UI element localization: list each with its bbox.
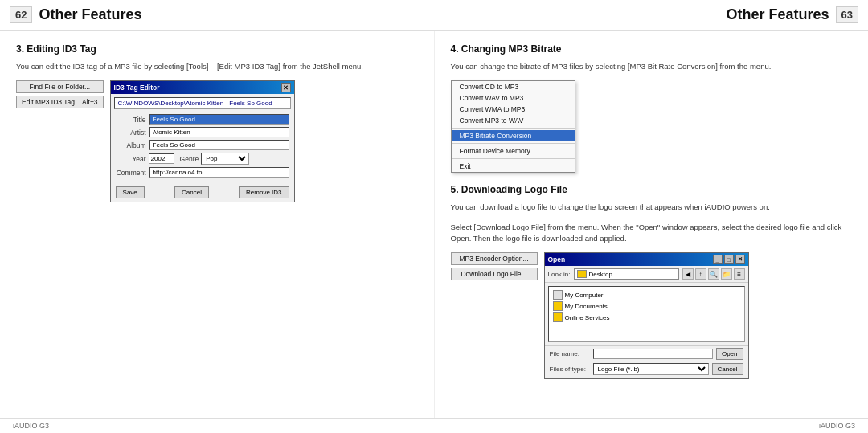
id3-artist-input[interactable] — [149, 127, 289, 137]
toolbar-up-icon[interactable]: ↑ — [695, 268, 706, 280]
id3-title-label: Title — [116, 116, 146, 124]
open-filetype-row: Files of type: Logo File (*.lb) Cancel — [545, 362, 748, 378]
left-column: 3. Editing ID3 Tag You can edit the ID3 … — [0, 31, 435, 418]
left-page-number: 62 — [10, 6, 32, 23]
id3-album-label: Album — [116, 141, 146, 149]
open-dialog: Open _ □ ✕ Look in: Desktop ◀ ↑ — [544, 252, 749, 379]
find-file-button[interactable]: Find File or Folder... — [16, 80, 104, 93]
mycomputer-icon — [553, 290, 563, 300]
left-page-title: Other Features — [39, 6, 141, 23]
open-toolbar: Look in: Desktop ◀ ↑ 🔍 📁 ≡ — [545, 266, 748, 283]
id3-remove-button[interactable]: Remove ID3 — [239, 186, 289, 198]
menu-divider-2 — [452, 143, 575, 144]
header-right: Other Features 63 — [434, 0, 868, 30]
file-item-mycomputer[interactable]: My Computer — [551, 289, 742, 300]
header-left: 62 Other Features — [0, 0, 434, 30]
id3-cancel-button[interactable]: Cancel — [174, 186, 209, 198]
open-filename-row: File name: Open — [545, 345, 748, 362]
main-content: 3. Editing ID3 Tag You can edit the ID3 … — [0, 31, 868, 418]
lookin-box[interactable]: Desktop — [574, 268, 679, 280]
menu-divider-3 — [452, 158, 575, 159]
toolbar-view-icon[interactable]: ≡ — [734, 268, 745, 280]
onlineservices-label: Online Services — [565, 314, 610, 321]
menu-divider-1 — [452, 128, 575, 129]
open-dialog-title: Open — [548, 255, 566, 263]
section5-title: 5. Downloading Logo File — [451, 184, 853, 195]
page-footer: iAUDIO G3 iAUDIO G3 — [0, 418, 868, 433]
file-item-mydocuments[interactable]: My Documents — [551, 300, 742, 312]
id3-fields: Title Artist Album Year — [111, 112, 294, 183]
footer-left: iAUDIO G3 — [13, 422, 49, 430]
id3-year-genre-row: Year Genre Pop — [116, 153, 289, 165]
jetshell-sidebar: Find File or Folder... Edit MP3 ID3 Tag.… — [16, 80, 104, 202]
menu-item-convert-mp3[interactable]: Convert MP3 to WAV — [452, 115, 575, 126]
mydocuments-label: My Documents — [565, 303, 608, 310]
menu-item-exit[interactable]: Exit — [452, 161, 575, 172]
open-dialog-titlebar: Open _ □ ✕ — [545, 253, 748, 266]
section3-screenshot: Find File or Folder... Edit MP3 ID3 Tag.… — [16, 80, 418, 202]
lookin-label: Look in: — [548, 271, 571, 278]
id3-path-bar: C:\WINDOWS\Desktop\Atomic Kitten - Feels… — [114, 97, 291, 109]
id3-comment-row: Comment — [116, 167, 289, 178]
id3-button-row: Save Cancel Remove ID3 — [111, 183, 294, 202]
lookin-value: Desktop — [589, 271, 612, 278]
id3-dialog-title: ID3 Tag Editor — [114, 84, 160, 92]
filename-label: File name: — [550, 350, 590, 357]
filetype-label: Files of type: — [550, 366, 590, 373]
section4-description: You can change the bitrate of MP3 files … — [451, 61, 853, 72]
mp3-bitrate-menu: Convert CD to MP3 Convert WAV to MP3 Con… — [451, 80, 575, 173]
filename-input[interactable] — [593, 349, 713, 359]
menu-item-convert-cd[interactable]: Convert CD to MP3 — [452, 81, 575, 92]
mycomputer-label: My Computer — [565, 292, 604, 299]
section4-title: 4. Changing MP3 Bitrate — [451, 43, 853, 55]
mydocuments-icon — [553, 301, 563, 311]
right-page-title: Other Features — [726, 6, 829, 23]
menu-item-convert-wav[interactable]: Convert WAV to MP3 — [452, 92, 575, 104]
footer-right: iAUDIO G3 — [819, 422, 855, 430]
toolbar-search-icon[interactable]: 🔍 — [708, 268, 719, 280]
id3-editor-dialog: ID3 Tag Editor ✕ C:\WINDOWS\Desktop\Atom… — [110, 80, 295, 202]
edit-id3-button[interactable]: Edit MP3 ID3 Tag... Alt+3 — [16, 96, 104, 108]
id3-artist-row: Artist — [116, 127, 289, 137]
id3-genre-label: Genre — [180, 155, 199, 163]
right-column: 4. Changing MP3 Bitrate You can change t… — [435, 31, 869, 418]
section3-title: 3. Editing ID3 Tag — [16, 43, 418, 55]
section5-description2: Select [Download Logo File] from the men… — [451, 222, 853, 245]
toolbar-back-icon[interactable]: ◀ — [682, 268, 694, 280]
menu-item-bitrate[interactable]: MP3 Bitrate Conversion — [452, 130, 575, 141]
open-dialog-maximize[interactable]: □ — [724, 255, 734, 264]
file-item-onlineservices[interactable]: Online Services — [551, 312, 742, 323]
id3-close-button[interactable]: ✕ — [281, 83, 291, 92]
filetype-select[interactable]: Logo File (*.lb) — [593, 363, 709, 375]
section3-description: You can edit the ID3 tag of a MP3 file b… — [16, 61, 418, 72]
id3-artist-label: Artist — [116, 129, 146, 137]
mp3-encoder-sidebar: MP3 Encoder Option... Download Logo File… — [451, 252, 538, 280]
lookin-folder-icon — [577, 270, 587, 278]
open-dialog-close[interactable]: ✕ — [735, 255, 745, 264]
id3-album-input[interactable] — [149, 140, 289, 150]
id3-comment-input[interactable] — [149, 167, 289, 178]
menu-item-format[interactable]: Format Device Memory... — [452, 145, 575, 157]
id3-genre-select[interactable]: Pop — [201, 153, 249, 165]
right-page-number: 63 — [836, 6, 858, 23]
id3-title-row: Title — [116, 114, 289, 125]
id3-title-input[interactable] — [149, 114, 289, 125]
id3-save-button[interactable]: Save — [116, 186, 145, 198]
id3-year-input[interactable] — [149, 153, 174, 164]
menu-item-convert-wma[interactable]: Convert WMA to MP3 — [452, 104, 575, 115]
section5-description1: You can download a logo file to change t… — [451, 202, 853, 213]
download-logo-button[interactable]: Download Logo File... — [451, 268, 538, 280]
mp3-encoder-button[interactable]: MP3 Encoder Option... — [451, 252, 538, 265]
id3-year-label: Year — [116, 155, 146, 163]
logo-download-area: MP3 Encoder Option... Download Logo File… — [451, 252, 853, 379]
onlineservices-icon — [553, 312, 563, 322]
page-header: 62 Other Features Other Features 63 — [0, 0, 868, 31]
toolbar-newfolder-icon[interactable]: 📁 — [721, 268, 732, 280]
open-cancel-button[interactable]: Cancel — [712, 363, 743, 375]
open-dialog-minimize[interactable]: _ — [713, 255, 723, 264]
open-titlebar-buttons: _ □ ✕ — [713, 255, 745, 264]
id3-comment-label: Comment — [116, 169, 146, 177]
open-open-button[interactable]: Open — [716, 348, 743, 360]
open-toolbar-icons: ◀ ↑ 🔍 📁 ≡ — [682, 268, 745, 280]
id3-album-row: Album — [116, 140, 289, 150]
